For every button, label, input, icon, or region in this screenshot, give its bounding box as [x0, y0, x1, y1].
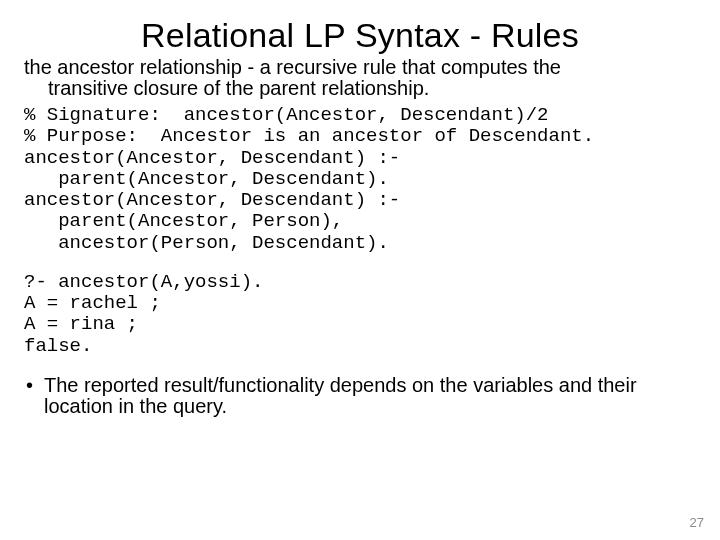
slide-title: Relational LP Syntax - Rules: [24, 16, 696, 55]
bullet-text: The reported result/functionality depend…: [44, 375, 696, 417]
bullet-item: • The reported result/functionality depe…: [24, 375, 696, 417]
subtitle: the ancestor relationship - a recursive …: [24, 57, 696, 99]
slide: Relational LP Syntax - Rules the ancesto…: [0, 0, 720, 540]
bullet-dot-icon: •: [24, 375, 44, 396]
subtitle-line-2: transitive closure of the parent relatio…: [24, 78, 696, 99]
code-block-query: ?- ancestor(A,yossi). A = rachel ; A = r…: [24, 272, 696, 357]
page-number: 27: [690, 515, 704, 530]
subtitle-line-1: the ancestor relationship - a recursive …: [24, 56, 561, 78]
code-block-definition: % Signature: ancestor(Ancestor, Descenda…: [24, 105, 696, 254]
